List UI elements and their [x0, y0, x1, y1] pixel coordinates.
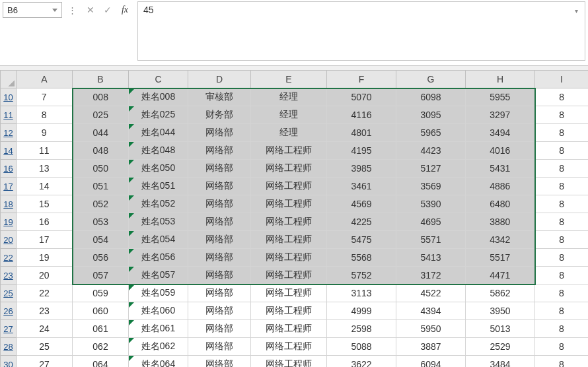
- cell[interactable]: 4999: [327, 302, 396, 320]
- cell[interactable]: 051: [73, 178, 129, 195]
- cell[interactable]: 8: [17, 106, 73, 124]
- cell[interactable]: 8: [535, 356, 589, 368]
- cell[interactable]: 23: [17, 302, 73, 320]
- cell[interactable]: 姓名044: [129, 124, 188, 142]
- cell[interactable]: 4116: [327, 106, 396, 124]
- cell[interactable]: 4522: [396, 284, 466, 302]
- cell[interactable]: 财务部: [188, 106, 251, 124]
- cell[interactable]: 5752: [327, 267, 396, 284]
- row-header[interactable]: 16: [1, 160, 17, 178]
- cell[interactable]: 056: [73, 249, 129, 267]
- cell[interactable]: 网络工程师: [251, 338, 327, 356]
- cell[interactable]: 14: [17, 178, 73, 195]
- select-all-corner[interactable]: [1, 71, 17, 88]
- cell[interactable]: 网络工程师: [251, 320, 327, 338]
- cell[interactable]: 27: [17, 356, 73, 368]
- cell[interactable]: 4394: [396, 302, 466, 320]
- cell[interactable]: 姓名059: [129, 284, 188, 302]
- cell[interactable]: 8: [535, 160, 589, 178]
- cell[interactable]: 17: [17, 231, 73, 249]
- cell[interactable]: 网络工程师: [251, 249, 327, 267]
- cell[interactable]: 网络部: [188, 142, 251, 160]
- cell[interactable]: 网络部: [188, 249, 251, 267]
- cell[interactable]: 4886: [466, 178, 535, 195]
- cell[interactable]: 4695: [396, 213, 466, 231]
- cell[interactable]: 061: [73, 320, 129, 338]
- cell[interactable]: 5013: [466, 320, 535, 338]
- cell[interactable]: 3172: [396, 267, 466, 284]
- cell[interactable]: 053: [73, 213, 129, 231]
- cell[interactable]: 3880: [466, 213, 535, 231]
- row-header[interactable]: 30: [1, 356, 17, 368]
- cell[interactable]: 4801: [327, 124, 396, 142]
- cell[interactable]: 8: [535, 178, 589, 195]
- cell[interactable]: 7: [17, 88, 73, 106]
- cell[interactable]: 059: [73, 284, 129, 302]
- cell[interactable]: 8: [535, 213, 589, 231]
- cell[interactable]: 网络工程师: [251, 142, 327, 160]
- row-header[interactable]: 12: [1, 124, 17, 142]
- cell[interactable]: 姓名054: [129, 231, 188, 249]
- cell[interactable]: 姓名057: [129, 267, 188, 284]
- cell[interactable]: 8: [535, 267, 589, 284]
- cell[interactable]: 5431: [466, 160, 535, 178]
- col-header-C[interactable]: C: [129, 71, 188, 88]
- cell[interactable]: 8: [535, 302, 589, 320]
- cell[interactable]: 姓名050: [129, 160, 188, 178]
- row-header[interactable]: 28: [1, 338, 17, 356]
- cell[interactable]: 网络部: [188, 231, 251, 249]
- cell[interactable]: 8: [535, 142, 589, 160]
- cell[interactable]: 姓名060: [129, 302, 188, 320]
- cell[interactable]: 网络部: [188, 124, 251, 142]
- cell[interactable]: 3484: [466, 356, 535, 368]
- cell[interactable]: 姓名052: [129, 195, 188, 213]
- cell[interactable]: 网络工程师: [251, 231, 327, 249]
- cell[interactable]: 2529: [466, 338, 535, 356]
- cell[interactable]: 网络部: [188, 267, 251, 284]
- cell[interactable]: 8: [535, 88, 589, 106]
- row-header[interactable]: 20: [1, 231, 17, 249]
- cell[interactable]: 057: [73, 267, 129, 284]
- cell[interactable]: 姓名064: [129, 356, 188, 368]
- cell[interactable]: 5070: [327, 88, 396, 106]
- cell[interactable]: 5517: [466, 249, 535, 267]
- col-header-B[interactable]: B: [73, 71, 129, 88]
- formula-input[interactable]: 45 ▾: [137, 1, 585, 61]
- cell[interactable]: 经理: [251, 106, 327, 124]
- row-header[interactable]: 26: [1, 302, 17, 320]
- cell[interactable]: 5568: [327, 249, 396, 267]
- cell[interactable]: 13: [17, 160, 73, 178]
- cell[interactable]: 5475: [327, 231, 396, 249]
- cell[interactable]: 008: [73, 88, 129, 106]
- cell[interactable]: 6094: [396, 356, 466, 368]
- cell[interactable]: 网络部: [188, 213, 251, 231]
- row-header[interactable]: 22: [1, 249, 17, 267]
- cell[interactable]: 4342: [466, 231, 535, 249]
- cell[interactable]: 2598: [327, 320, 396, 338]
- col-header-G[interactable]: G: [396, 71, 466, 88]
- cell[interactable]: 048: [73, 142, 129, 160]
- row-header[interactable]: 19: [1, 213, 17, 231]
- col-header-H[interactable]: H: [466, 71, 535, 88]
- cell[interactable]: 网络部: [188, 356, 251, 368]
- cell[interactable]: 姓名056: [129, 249, 188, 267]
- cell[interactable]: 8: [535, 320, 589, 338]
- cell[interactable]: 网络工程师: [251, 213, 327, 231]
- cell[interactable]: 20: [17, 267, 73, 284]
- cell[interactable]: 4569: [327, 195, 396, 213]
- cell[interactable]: 4195: [327, 142, 396, 160]
- cell[interactable]: 8: [535, 124, 589, 142]
- collapse-icon[interactable]: ▾: [571, 6, 581, 15]
- cell[interactable]: 3622: [327, 356, 396, 368]
- row-header[interactable]: 17: [1, 178, 17, 195]
- cell[interactable]: 姓名061: [129, 320, 188, 338]
- cell[interactable]: 8: [535, 338, 589, 356]
- cell[interactable]: 8: [535, 106, 589, 124]
- cell[interactable]: 8: [535, 195, 589, 213]
- cell[interactable]: 3113: [327, 284, 396, 302]
- spreadsheet-grid[interactable]: A B C D E F G H I 107008姓名008审核部经理507060…: [0, 70, 588, 367]
- cell[interactable]: 11: [17, 142, 73, 160]
- cell[interactable]: 5127: [396, 160, 466, 178]
- cell[interactable]: 网络部: [188, 302, 251, 320]
- cell[interactable]: 3950: [466, 302, 535, 320]
